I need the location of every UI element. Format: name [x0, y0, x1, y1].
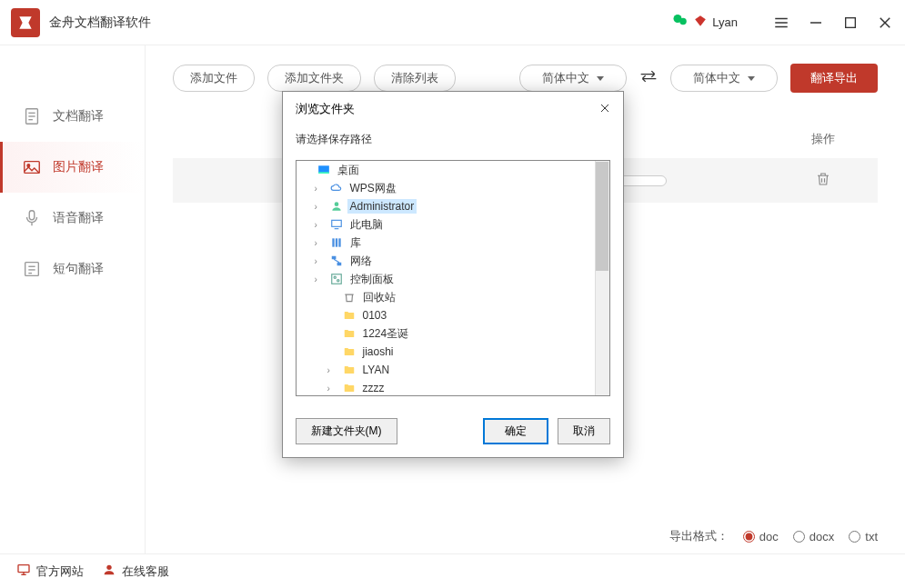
folder-icon [342, 363, 357, 377]
desktop-icon [317, 163, 331, 177]
new-folder-button[interactable]: 新建文件夹(M) [296, 418, 397, 444]
tree-scrollbar[interactable] [595, 161, 609, 395]
tree-item-label: LYAN [360, 363, 393, 377]
svg-rect-29 [331, 220, 341, 226]
svg-point-28 [334, 202, 338, 206]
tree-expander-icon[interactable]: › [327, 365, 338, 375]
library-icon [329, 235, 344, 250]
svg-rect-33 [338, 238, 340, 246]
folder-icon [342, 326, 357, 341]
tree-item-label: 网络 [347, 253, 375, 270]
svg-point-39 [337, 280, 338, 282]
svg-rect-37 [331, 274, 341, 284]
tree-item-label: 控制面板 [347, 271, 397, 288]
svg-rect-31 [332, 238, 334, 246]
modal-overlay: 浏览文件夹 请选择保存路径 桌面›WPS网盘›Administrator›此电脑… [0, 0, 905, 588]
folder-icon [342, 308, 357, 323]
tree-item[interactable]: ›WPS网盘 [297, 179, 609, 197]
tree-item[interactable]: ›控制面板 [297, 270, 609, 288]
recycle-icon [342, 290, 357, 304]
tree-item[interactable]: jiaoshi [297, 343, 609, 361]
tree-item[interactable]: ›zzzz [297, 379, 609, 396]
tree-item[interactable]: ›Administrator [297, 197, 609, 215]
tree-item-label: zzzz [360, 381, 387, 395]
tree-expander-icon[interactable]: › [315, 202, 326, 212]
modal-footer: 新建文件夹(M) 确定 取消 [283, 396, 623, 457]
browse-folder-modal: 浏览文件夹 请选择保存路径 桌面›WPS网盘›Administrator›此电脑… [282, 91, 624, 458]
tree-item[interactable]: ›LYAN [297, 361, 609, 379]
svg-rect-27 [318, 172, 329, 174]
svg-rect-32 [335, 238, 337, 246]
modal-title-text: 浏览文件夹 [296, 101, 355, 117]
ok-button[interactable]: 确定 [483, 418, 548, 444]
tree-expander-icon[interactable]: › [315, 184, 326, 194]
cloud-icon [329, 181, 344, 195]
folder-icon [342, 381, 357, 395]
modal-close-button[interactable] [599, 102, 610, 116]
svg-rect-26 [318, 165, 329, 173]
tree-item[interactable]: 1224圣诞 [297, 324, 609, 343]
tree-item-label: 1224圣诞 [360, 325, 412, 343]
tree-expander-icon[interactable]: › [315, 238, 326, 248]
svg-rect-34 [331, 256, 336, 260]
folder-icon [342, 344, 357, 359]
tree-item[interactable]: 回收站 [297, 288, 609, 306]
modal-subtitle: 请选择保存路径 [283, 126, 623, 160]
cancel-button[interactable]: 取消 [558, 418, 610, 444]
tree-item-label: WPS网盘 [347, 180, 399, 197]
user-icon [329, 199, 344, 214]
tree-item[interactable]: ›此电脑 [297, 215, 609, 234]
tree-item[interactable]: ›库 [297, 234, 609, 252]
network-icon [329, 254, 344, 268]
tree-expander-icon[interactable]: › [315, 274, 326, 284]
tree-item-label: Administrator [347, 199, 417, 214]
tree-item[interactable]: ›网络 [297, 252, 609, 270]
tree-item-label: 库 [347, 234, 364, 252]
folder-tree[interactable]: 桌面›WPS网盘›Administrator›此电脑›库›网络›控制面板回收站0… [296, 160, 610, 396]
scrollbar-thumb[interactable] [596, 162, 608, 271]
tree-item-label: jiaoshi [360, 344, 397, 359]
tree-item-label: 桌面 [335, 162, 362, 179]
control-icon [329, 272, 344, 286]
modal-titlebar: 浏览文件夹 [283, 92, 623, 126]
tree-expander-icon[interactable]: › [315, 220, 326, 230]
svg-line-36 [334, 259, 339, 263]
svg-point-38 [334, 276, 336, 278]
tree-item-label: 0103 [360, 308, 390, 323]
tree-item-label: 此电脑 [347, 216, 386, 234]
tree-item[interactable]: 桌面 [297, 161, 609, 179]
tree-expander-icon[interactable]: › [327, 384, 338, 394]
tree-item[interactable]: 0103 [297, 306, 609, 324]
tree-item-label: 回收站 [360, 289, 398, 306]
svg-rect-35 [337, 263, 341, 266]
computer-icon [329, 217, 344, 232]
tree-expander-icon[interactable]: › [315, 256, 326, 266]
